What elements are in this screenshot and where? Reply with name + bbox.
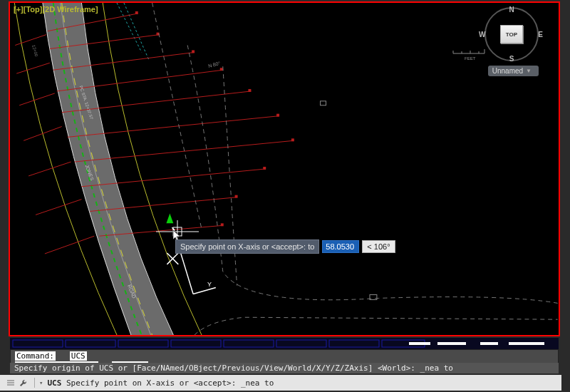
drawing-viewport[interactable]: [+][Top][2D Wireframe] xyxy=(9,1,560,336)
svg-rect-22 xyxy=(276,114,279,117)
svg-text:12+00: 12+00 xyxy=(31,44,38,57)
svg-text:Y: Y xyxy=(207,281,212,288)
layout-tabs[interactable] xyxy=(10,338,559,349)
viewcube-n[interactable]: N xyxy=(509,6,514,14)
svg-line-30 xyxy=(173,229,193,294)
svg-line-11 xyxy=(16,63,50,73)
distance-input[interactable] xyxy=(322,240,359,253)
dynamic-prompt: Specify point on X-axis or <accept>: to xyxy=(175,239,319,254)
command-line[interactable]: ▾ Specify origin of UCS or [Face/NAmed/O… xyxy=(0,375,570,391)
dynamic-input[interactable]: Specify point on X-axis or <accept>: to … xyxy=(175,239,395,254)
angle-readout: < 106° xyxy=(362,240,395,253)
svg-text:N 80°: N 80° xyxy=(207,61,221,68)
view-dropdown[interactable]: Unnamed ▼ xyxy=(488,66,539,76)
chevron-down-icon: ▼ xyxy=(526,68,532,74)
svg-rect-62 xyxy=(509,342,544,345)
viewcube-top-face[interactable]: TOP xyxy=(500,25,523,43)
recent-commands-icon[interactable]: ▾ xyxy=(39,379,43,386)
svg-rect-19 xyxy=(192,50,195,53)
svg-rect-25 xyxy=(235,195,238,198)
viewcube-s[interactable]: S xyxy=(509,55,514,63)
svg-line-14 xyxy=(28,162,71,176)
svg-rect-24 xyxy=(263,167,266,170)
svg-rect-20 xyxy=(220,68,223,71)
viewcube-w[interactable]: W xyxy=(479,31,485,38)
customize-icon[interactable] xyxy=(6,378,16,388)
cmd-history-line1-label: Command: xyxy=(15,351,56,361)
viewport-controls[interactable]: [+][Top][2D Wireframe] xyxy=(14,5,98,14)
viewcube-e[interactable]: E xyxy=(538,31,543,38)
svg-rect-21 xyxy=(248,89,251,92)
svg-rect-23 xyxy=(291,138,294,141)
viewcube[interactable]: N S E W TOP xyxy=(460,7,539,71)
svg-marker-35 xyxy=(166,213,173,223)
svg-rect-59 xyxy=(409,342,430,345)
svg-rect-26 xyxy=(221,223,224,226)
svg-rect-60 xyxy=(437,342,466,345)
cmd-history-prompt: Specify origin of UCS or [Face/NAmed/OBj… xyxy=(10,363,559,373)
svg-line-15 xyxy=(36,200,81,215)
svg-rect-17 xyxy=(135,11,138,14)
cmd-line-text: Specify point on X-axis or <accept>: _ne… xyxy=(61,378,274,388)
svg-rect-27 xyxy=(321,101,326,105)
svg-line-13 xyxy=(24,127,62,141)
svg-line-16 xyxy=(45,236,94,254)
view-dropdown-label: Unnamed xyxy=(492,67,523,75)
svg-line-31 xyxy=(193,288,216,294)
cmd-line-command: UCS xyxy=(47,378,61,388)
svg-rect-50 xyxy=(10,338,559,349)
wrench-icon[interactable] xyxy=(19,378,28,388)
svg-line-12 xyxy=(19,93,55,105)
svg-rect-61 xyxy=(480,342,498,345)
cmd-history-line1-val: UCS xyxy=(70,351,87,361)
